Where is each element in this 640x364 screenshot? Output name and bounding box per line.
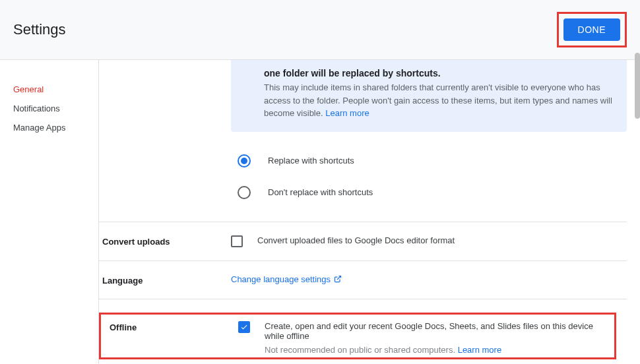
- info-title: one folder will be replaced by shortcuts…: [264, 68, 615, 78]
- external-link-icon: [334, 275, 342, 283]
- offline-highlight: Offline Create, open and edit your recen…: [99, 313, 616, 359]
- main-content: one folder will be replaced by shortcuts…: [99, 60, 640, 364]
- sidebar-item-notifications[interactable]: Notifications: [13, 99, 98, 118]
- scrollbar[interactable]: [635, 53, 640, 119]
- svg-line-0: [337, 276, 341, 280]
- section-label-offline: Offline: [110, 321, 238, 332]
- language-settings-link[interactable]: Change language settings: [231, 274, 342, 284]
- convert-text: Convert uploaded files to Google Docs ed…: [257, 235, 455, 245]
- sidebar-item-general[interactable]: General: [13, 80, 98, 99]
- info-text: This may include items in shared folders…: [264, 81, 615, 120]
- learn-more-link[interactable]: Learn more: [325, 108, 369, 118]
- radio-label-dont-replace: Don't replace with shortcuts: [268, 187, 373, 197]
- sidebar-item-manage-apps[interactable]: Manage Apps: [13, 118, 98, 137]
- done-button[interactable]: DONE: [563, 18, 620, 41]
- divider: [99, 299, 627, 299]
- offline-sub-body: Not recommended on public or shared comp…: [265, 345, 458, 355]
- section-label-convert: Convert uploads: [102, 235, 231, 247]
- divider: [99, 222, 627, 222]
- offline-learn-more-link[interactable]: Learn more: [458, 345, 501, 355]
- checkbox-convert-uploads[interactable]: [231, 235, 243, 247]
- shortcuts-info-box: one folder will be replaced by shortcuts…: [231, 60, 627, 132]
- divider: [99, 260, 627, 261]
- radio-replace-shortcuts[interactable]: [238, 154, 251, 167]
- checkbox-offline[interactable]: [238, 321, 250, 333]
- info-text-body: This may include items in shared folders…: [264, 82, 612, 118]
- offline-subtext: Not recommended on public or shared comp…: [265, 345, 501, 355]
- done-highlight: DONE: [557, 12, 627, 47]
- sidebar: General Notifications Manage Apps: [0, 60, 99, 364]
- page-title: Settings: [13, 21, 66, 38]
- offline-text: Create, open and edit your recent Google…: [265, 321, 609, 341]
- radio-dont-replace[interactable]: [238, 186, 251, 199]
- language-link-text: Change language settings: [231, 274, 331, 284]
- radio-label-replace: Replace with shortcuts: [268, 156, 354, 166]
- section-label-language: Language: [102, 274, 231, 286]
